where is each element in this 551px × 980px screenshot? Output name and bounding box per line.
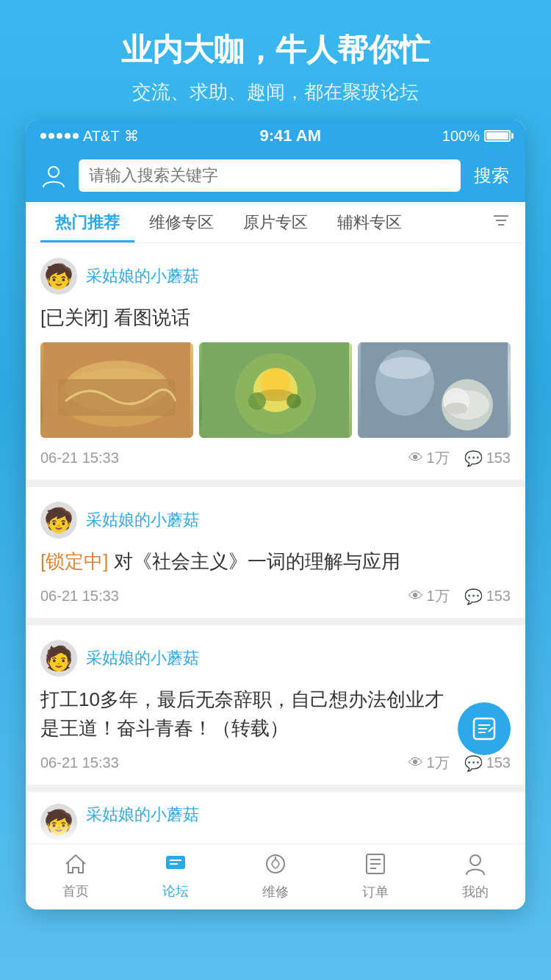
search-input[interactable]	[89, 166, 450, 185]
post-card-1: 🧒 采姑娘的小蘑菇 [已关闭] 看图说话	[26, 243, 525, 480]
signal-dots	[40, 133, 79, 139]
tab-repair[interactable]: 维修专区	[134, 202, 228, 242]
avatar-1: 🧒	[40, 258, 77, 295]
status-left: AT&T ⌘	[40, 127, 139, 145]
post-footer-1: 06-21 15:33 👁 1万 💬 153	[40, 448, 511, 468]
post-author-2: 🧒 采姑娘的小蘑菇	[40, 502, 511, 538]
home-icon	[65, 854, 87, 878]
eye-icon-2: 👁	[408, 588, 423, 605]
svg-point-21	[445, 403, 467, 414]
search-button[interactable]: 搜索	[469, 164, 514, 187]
post-partial: 🧒 采姑娘的小蘑菇	[26, 792, 525, 843]
avatar-2: 🧒	[40, 502, 77, 538]
nav-mine[interactable]: 我的	[425, 844, 525, 909]
post-author-3: 🧑 采姑娘的小蘑菇	[40, 640, 511, 677]
svg-point-17	[379, 357, 431, 379]
feed: 🧒 采姑娘的小蘑菇 [已关闭] 看图说话	[26, 243, 525, 909]
avatar-partial: 🧒	[40, 804, 77, 840]
svg-point-14	[287, 394, 301, 408]
post-title-text-2: 对《社会主义》一词的理解与应用	[114, 550, 400, 572]
post-date-2: 06-21 15:33	[40, 588, 119, 605]
view-count-1: 👁 1万	[408, 448, 450, 468]
user-avatar-button[interactable]	[37, 159, 70, 192]
tab-hot[interactable]: 热门推荐	[40, 202, 134, 242]
svg-point-36	[470, 855, 480, 865]
post-footer-3: 06-21 15:33 👁 1万 💬 153	[40, 753, 511, 773]
phone-frame: AT&T ⌘ 9:41 AM 100% 搜索 热门推荐 维修专区	[26, 120, 525, 909]
order-icon	[365, 853, 386, 879]
nav-order[interactable]: 订单	[325, 844, 425, 909]
post-date-3: 06-21 15:33	[40, 754, 119, 771]
comment-icon-2: 💬	[464, 588, 483, 605]
compose-icon	[471, 716, 497, 742]
post-date-1: 06-21 15:33	[40, 450, 119, 466]
post-stats-1: 👁 1万 💬 153	[408, 448, 511, 468]
mine-user-icon	[465, 853, 486, 879]
post-image-1b[interactable]	[199, 342, 352, 438]
comment-icon-1: 💬	[464, 450, 483, 467]
wifi-icon: ⌘	[124, 127, 139, 145]
post-stats-2: 👁 1万 💬 153	[408, 586, 511, 606]
eye-icon-1: 👁	[408, 450, 423, 466]
time-display: 9:41 AM	[259, 126, 321, 145]
app-title: 业内大咖，牛人帮你忙	[15, 29, 536, 71]
svg-point-13	[248, 392, 266, 410]
post-image-1a[interactable]	[40, 342, 193, 438]
comment-icon-3: 💬	[464, 754, 483, 772]
post-footer-2: 06-21 15:33 👁 1万 💬 153	[40, 586, 511, 606]
post-stats-3: 👁 1万 💬 153	[408, 753, 511, 773]
post-title-text-3: 打工10多年，最后无奈辞职，自己想办法创业才是王道！奋斗青春！（转载）	[40, 688, 444, 739]
post-title-text-1: [已关闭] 看图说话	[40, 306, 190, 328]
comment-count-2: 💬 153	[464, 588, 511, 605]
post-author-1: 🧒 采姑娘的小蘑菇	[40, 258, 511, 295]
author-name-1[interactable]: 采姑娘的小蘑菇	[86, 265, 199, 287]
eye-icon-3: 👁	[408, 754, 423, 771]
view-count-2: 👁 1万	[408, 586, 450, 606]
svg-point-0	[48, 167, 59, 177]
search-input-wrap[interactable]	[79, 159, 461, 192]
forum-label: 论坛	[162, 882, 189, 900]
forum-icon	[165, 854, 187, 878]
svg-rect-7	[58, 379, 176, 416]
repair-label: 维修	[262, 883, 289, 901]
nav-forum[interactable]: 论坛	[126, 844, 226, 909]
author-name-partial[interactable]: 采姑娘的小蘑菇	[86, 804, 199, 826]
order-label: 订单	[362, 883, 389, 901]
battery-fill	[486, 132, 508, 140]
tab-original[interactable]: 原片专区	[228, 202, 323, 242]
filter-icon[interactable]	[491, 211, 511, 234]
post-card-2: 🧒 采姑娘的小蘑菇 [锁定中] 对《社会主义》一词的理解与应用 06-21 15…	[26, 487, 525, 618]
post-title-2: [锁定中] 对《社会主义》一词的理解与应用	[40, 547, 511, 576]
search-bar: 搜索	[26, 152, 525, 202]
mine-label: 我的	[462, 883, 489, 901]
app-subtitle: 交流、求助、趣闻，都在聚玻论坛	[15, 79, 536, 105]
post-title-3: 打工10多年，最后无奈辞职，自己想办法创业才是王道！奋斗青春！（转载）	[40, 685, 511, 743]
app-header: 业内大咖，牛人帮你忙 交流、求助、趣闻，都在聚玻论坛	[0, 0, 551, 120]
svg-rect-27	[166, 856, 185, 869]
post-images-1	[40, 342, 511, 438]
comment-count-3: 💬 153	[464, 754, 511, 772]
user-icon	[40, 162, 67, 189]
nav-home[interactable]: 首页	[26, 844, 126, 909]
author-name-2[interactable]: 采姑娘的小蘑菇	[86, 509, 199, 531]
tab-material[interactable]: 辅料专区	[323, 202, 417, 242]
battery-icon	[484, 130, 511, 142]
category-tabs: 热门推荐 维修专区 原片专区 辅料专区	[26, 202, 525, 243]
floating-action-button[interactable]	[458, 702, 511, 755]
post-title-1: [已关闭] 看图说话	[40, 303, 511, 332]
comment-count-1: 💬 153	[464, 450, 511, 467]
home-label: 首页	[62, 882, 89, 900]
author-name-3[interactable]: 采姑娘的小蘑菇	[86, 647, 199, 669]
locked-tag: [锁定中]	[40, 550, 108, 572]
carrier-label: AT&T	[83, 128, 120, 145]
avatar-3: 🧑	[40, 640, 77, 677]
status-bar: AT&T ⌘ 9:41 AM 100%	[26, 120, 525, 152]
view-count-3: 👁 1万	[408, 753, 450, 773]
nav-repair[interactable]: 维修	[226, 844, 325, 909]
post-card-3: 🧑 采姑娘的小蘑菇 打工10多年，最后无奈辞职，自己想办法创业才是王道！奋斗青春…	[26, 625, 525, 785]
wrench-icon	[264, 853, 287, 879]
post-image-1c[interactable]	[358, 342, 511, 438]
svg-line-26	[489, 727, 493, 732]
battery-percent: 100%	[442, 128, 480, 145]
bottom-nav: 首页 论坛	[26, 843, 525, 909]
